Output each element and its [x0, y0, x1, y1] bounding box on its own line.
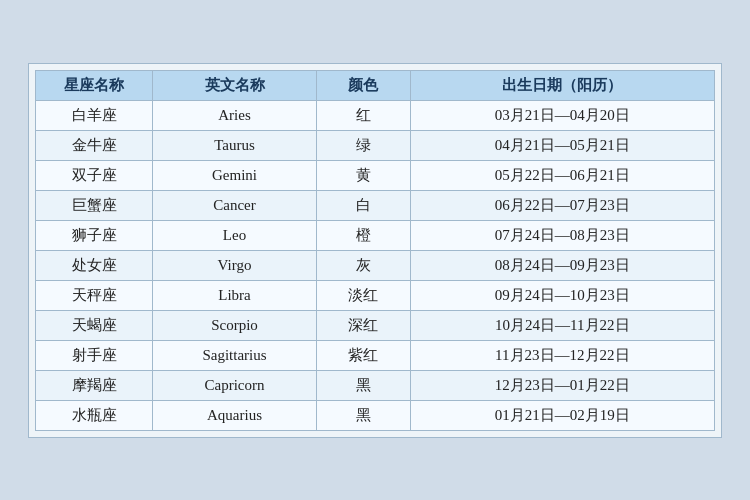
table-row: 射手座Sagittarius紫红11月23日—12月22日: [36, 340, 715, 370]
cell-date: 08月24日—09月23日: [410, 250, 714, 280]
cell-english: Virgo: [153, 250, 317, 280]
cell-english: Aquarius: [153, 400, 317, 430]
cell-english: Capricorn: [153, 370, 317, 400]
cell-english: Gemini: [153, 160, 317, 190]
cell-color: 黄: [316, 160, 410, 190]
cell-english: Taurus: [153, 130, 317, 160]
cell-color: 白: [316, 190, 410, 220]
cell-date: 11月23日—12月22日: [410, 340, 714, 370]
cell-date: 09月24日—10月23日: [410, 280, 714, 310]
cell-color: 红: [316, 100, 410, 130]
table-row: 天蝎座Scorpio深红10月24日—11月22日: [36, 310, 715, 340]
cell-chinese: 天蝎座: [36, 310, 153, 340]
cell-chinese: 射手座: [36, 340, 153, 370]
cell-date: 06月22日—07月23日: [410, 190, 714, 220]
cell-english: Cancer: [153, 190, 317, 220]
cell-chinese: 天秤座: [36, 280, 153, 310]
cell-english: Libra: [153, 280, 317, 310]
zodiac-table: 星座名称 英文名称 颜色 出生日期（阳历） 白羊座Aries红03月21日—04…: [35, 70, 715, 431]
cell-color: 紫红: [316, 340, 410, 370]
cell-color: 绿: [316, 130, 410, 160]
cell-color: 黑: [316, 370, 410, 400]
cell-color: 灰: [316, 250, 410, 280]
header-date: 出生日期（阳历）: [410, 70, 714, 100]
cell-chinese: 狮子座: [36, 220, 153, 250]
header-color: 颜色: [316, 70, 410, 100]
zodiac-table-container: 星座名称 英文名称 颜色 出生日期（阳历） 白羊座Aries红03月21日—04…: [28, 63, 722, 438]
cell-english: Scorpio: [153, 310, 317, 340]
table-row: 狮子座Leo橙07月24日—08月23日: [36, 220, 715, 250]
cell-date: 05月22日—06月21日: [410, 160, 714, 190]
cell-chinese: 双子座: [36, 160, 153, 190]
cell-english: Aries: [153, 100, 317, 130]
table-row: 处女座Virgo灰08月24日—09月23日: [36, 250, 715, 280]
table-row: 水瓶座Aquarius黑01月21日—02月19日: [36, 400, 715, 430]
table-row: 巨蟹座Cancer白06月22日—07月23日: [36, 190, 715, 220]
cell-chinese: 巨蟹座: [36, 190, 153, 220]
header-english: 英文名称: [153, 70, 317, 100]
cell-chinese: 水瓶座: [36, 400, 153, 430]
table-row: 摩羯座Capricorn黑12月23日—01月22日: [36, 370, 715, 400]
cell-english: Sagittarius: [153, 340, 317, 370]
cell-chinese: 金牛座: [36, 130, 153, 160]
cell-color: 黑: [316, 400, 410, 430]
table-header-row: 星座名称 英文名称 颜色 出生日期（阳历）: [36, 70, 715, 100]
cell-date: 12月23日—01月22日: [410, 370, 714, 400]
header-chinese: 星座名称: [36, 70, 153, 100]
cell-english: Leo: [153, 220, 317, 250]
cell-date: 01月21日—02月19日: [410, 400, 714, 430]
cell-color: 橙: [316, 220, 410, 250]
cell-date: 03月21日—04月20日: [410, 100, 714, 130]
cell-date: 07月24日—08月23日: [410, 220, 714, 250]
table-row: 金牛座Taurus绿04月21日—05月21日: [36, 130, 715, 160]
table-row: 双子座Gemini黄05月22日—06月21日: [36, 160, 715, 190]
table-row: 天秤座Libra淡红09月24日—10月23日: [36, 280, 715, 310]
cell-color: 淡红: [316, 280, 410, 310]
cell-chinese: 处女座: [36, 250, 153, 280]
cell-chinese: 摩羯座: [36, 370, 153, 400]
cell-date: 10月24日—11月22日: [410, 310, 714, 340]
table-row: 白羊座Aries红03月21日—04月20日: [36, 100, 715, 130]
cell-chinese: 白羊座: [36, 100, 153, 130]
cell-date: 04月21日—05月21日: [410, 130, 714, 160]
cell-color: 深红: [316, 310, 410, 340]
